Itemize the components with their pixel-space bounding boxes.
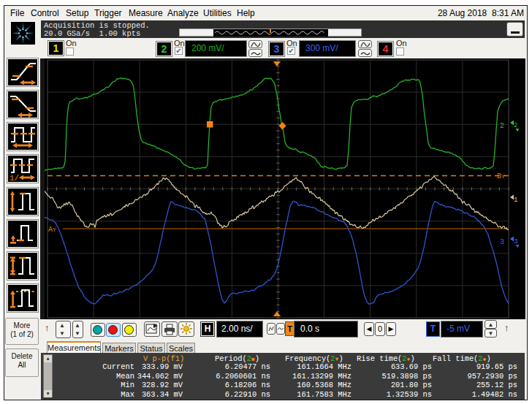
svg-text:3: 3: [500, 238, 504, 246]
svg-text:1: 1: [514, 197, 517, 204]
svg-text:AY: AY: [48, 226, 56, 234]
svg-text:2: 2: [500, 122, 504, 130]
svg-text:BY: BY: [497, 172, 505, 180]
svg-text:1/: 1/: [10, 174, 19, 183]
svg-text:2: 2: [514, 122, 517, 129]
svg-text:3: 3: [514, 238, 517, 245]
